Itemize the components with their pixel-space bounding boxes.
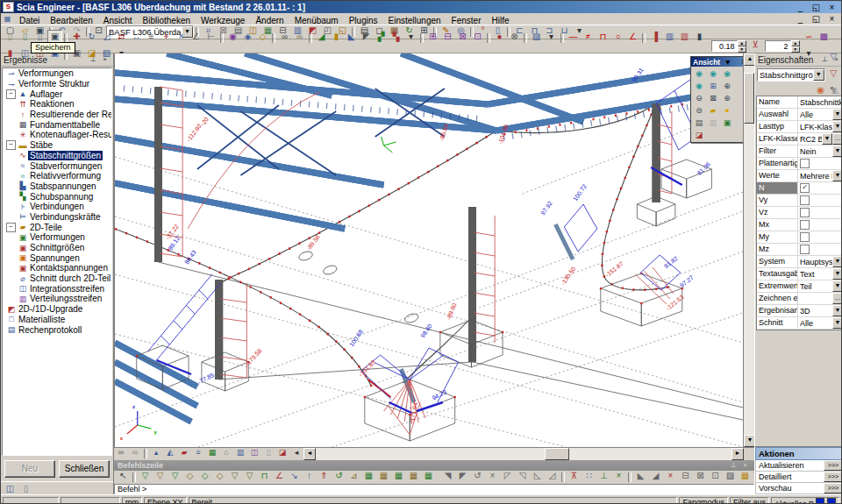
property-row[interactable]: NameStabschnittkr... [757,96,842,109]
chevron-down-icon[interactable]: ▼ [832,121,842,132]
property-value[interactable] [798,219,842,231]
tree-item[interactable]: ▣Schnittgrößen [3,243,111,253]
property-value[interactable] [798,195,842,206]
wave-icon[interactable]: ∽ [802,30,817,43]
cross-snap-icon[interactable]: × [611,469,626,482]
select-poly-icon[interactable]: ◈ [240,30,255,43]
property-value[interactable]: Alle▼ [798,109,842,120]
scale-icon[interactable]: ◿ [99,30,114,43]
tree-item[interactable]: ◫Integrationsstreifen [3,283,111,294]
action-row[interactable]: Detailliert>>> [755,472,842,483]
tree-item[interactable]: ▣Kontaktspannungen [3,263,111,273]
tree-item[interactable]: ⇀Verformungen [3,68,111,79]
scroll-right-icon[interactable]: ► [731,448,744,460]
beam-icon[interactable]: ◢ [314,30,329,43]
window-icon[interactable]: ◫ [247,446,261,458]
rotate-ccw-icon[interactable]: ↺ [332,469,346,482]
render-hidden-icon[interactable]: ◉ [692,80,706,92]
hatch-up-icon[interactable]: ▞ [374,30,389,43]
close-button[interactable]: × [824,12,839,25]
palette-close-icon[interactable]: × [736,55,743,68]
property-row[interactable]: TextausgabeText▼ [757,268,842,280]
result-n-icon[interactable]: ▽ [138,469,153,482]
chevron-down-icon[interactable]: ▼ [832,109,842,120]
clip-grey-icon[interactable]: ▥ [706,117,720,129]
spin-down-icon[interactable]: ▼ [791,46,800,53]
panel-tab-other[interactable]: ▯ [18,482,33,495]
tree-item[interactable]: ⇁Verformte Struktur [3,79,111,89]
clip-box-icon[interactable]: ◪ [692,129,706,141]
result-def-icon[interactable]: ▽ [227,469,242,482]
chevron-down-icon[interactable]: ▼ [822,133,832,145]
doc-purple-icon[interactable]: ▩ [817,30,831,43]
column-icon[interactable]: ▮ [329,30,344,43]
member-a-icon[interactable]: ▐ [647,30,662,43]
member-e-icon[interactable]: ▮ [3,46,18,60]
table-1-icon[interactable]: ▦ [361,469,376,482]
tree-item[interactable]: ⌀Schnitt durch 2D-Teil [3,273,111,284]
action-more-button[interactable]: >>> [824,483,842,493]
tree-item[interactable]: ▤Rechenprotokoll [3,324,111,335]
property-value[interactable]: LFK-Klasse▼ [798,121,842,132]
tree-item[interactable]: −▲Auflager [3,89,111,99]
window-2-icon[interactable]: ⊟ [440,30,455,43]
status-filter[interactable]: Filter aus [730,497,769,504]
blank-icon[interactable]: ▯ [261,446,275,458]
chevron-down-icon[interactable]: ▼ [832,146,842,157]
box-x-icon[interactable]: ⊠ [693,469,708,482]
table-3-icon[interactable]: ▦ [391,469,406,482]
property-row[interactable]: My [757,231,842,244]
property-value[interactable]: Teil▼ [798,280,842,292]
property-row[interactable]: LasttypLFK-Klasse▼ [757,121,842,133]
tree-item[interactable]: ↑Resultierende der Reaktionen [3,110,111,120]
snap-br-icon[interactable]: ◿ [545,469,560,482]
more-layers-icon[interactable]: ▾ [544,30,559,43]
cursor-icon[interactable]: ↖ [116,469,131,482]
snap-mid-icon[interactable]: ◤ [455,469,470,482]
ellipsis-button[interactable]: … [832,133,842,145]
more-end-icon[interactable]: ▾ [802,46,817,60]
point-icon[interactable]: ● [492,30,507,43]
zoom-window-icon[interactable]: ⊠ [706,92,720,104]
chain-break-icon[interactable]: ∞ [292,30,307,43]
copy-icon[interactable]: ▯ [18,30,32,43]
deselect-icon[interactable]: ◇ [255,30,270,43]
window-4-icon[interactable]: ⊡ [470,30,485,43]
checkbox[interactable] [800,232,810,242]
home-icon[interactable]: ⌂ [219,446,233,458]
arrow-up-icon[interactable]: ↑ [302,469,317,482]
menu-bibliotheken[interactable]: Bibliotheken [138,16,196,25]
tree-item[interactable]: ⊦Verbindungen [3,202,111,212]
triangle-icon[interactable]: ⊿ [346,469,361,482]
vertical-scroll-thumb[interactable] [744,73,754,124]
member-d-icon[interactable]: ▮ [692,30,707,43]
cut-icon[interactable]: ▯ [32,30,47,43]
tree-item[interactable]: ▥Verteilungsstreifen [3,294,111,304]
tree-item[interactable]: ◩2D-/1D-Upgrade [3,304,111,315]
status-snap-mode[interactable]: Fangmodus [679,497,728,504]
member-b-icon[interactable]: ▥ [662,30,677,43]
axonometry-icon[interactable]: ⊞ [706,80,720,92]
zoom-all-icon[interactable]: ⊛ [720,92,734,104]
property-value[interactable]: Mehrere Ko▼ [798,170,842,181]
arrow-se-icon[interactable]: ↘ [287,469,302,482]
hatch-down-icon[interactable]: ▚ [389,30,403,43]
section-icon[interactable]: ◪ [275,446,289,458]
zoom-selection-icon[interactable]: ⊜ [692,104,706,117]
grid-icon[interactable]: ▥ [233,446,247,458]
zoom-out-icon[interactable]: ⊖ [692,92,706,104]
property-value[interactable]: Text▼ [798,268,842,280]
property-value[interactable]: Hauptsyste▼ [798,256,842,267]
snap-tl-icon[interactable]: ◸ [500,469,515,482]
horizontal-scroll-thumb[interactable] [545,448,569,460]
stretch-icon[interactable]: ↔ [129,30,144,43]
scale-spinner[interactable]: 0.18 ▲▼ [711,40,746,52]
render-wire-icon[interactable]: ◉ [692,67,706,80]
load-icon[interactable]: ◭ [163,446,177,458]
tree-item[interactable]: −▰2D-Teile [3,222,111,232]
align-icon[interactable]: ≡ [144,30,159,43]
property-row[interactable]: AuswahlAlle▼ [757,109,842,121]
paste-icon[interactable]: ▯ [3,30,18,43]
tree-item[interactable]: ▦Fundamenttabelle [3,119,111,130]
property-row[interactable]: ExtremwerteTeil▼ [757,280,842,293]
